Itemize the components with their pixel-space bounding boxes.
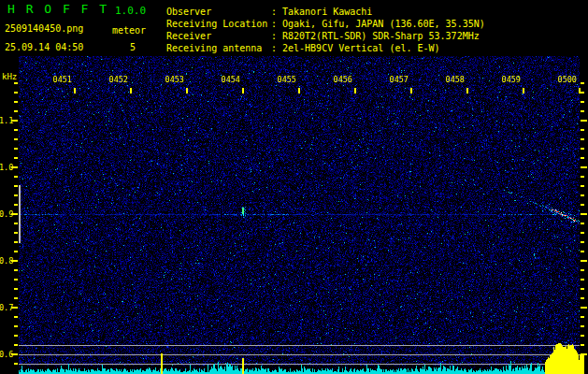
time-tick — [242, 88, 244, 94]
time-tick — [410, 88, 412, 94]
freq-tick — [14, 101, 18, 103]
freq-tick-right — [581, 288, 584, 290]
freq-tick-label: 0.9 — [0, 209, 12, 220]
timestamp: 25.09.14 04:50 — [5, 42, 83, 52]
freq-tick-right — [581, 148, 584, 150]
freq-tick-right — [581, 251, 584, 252]
freq-tick-right — [581, 157, 584, 159]
freq-tick — [14, 223, 18, 224]
spectrogram-canvas — [19, 56, 580, 374]
freq-tick — [14, 148, 18, 150]
freq-tick-right — [581, 344, 584, 346]
freq-tick-label: 1.0 — [0, 163, 12, 173]
freq-tick-right — [581, 194, 584, 196]
freq-tick-right — [581, 92, 584, 94]
freq-axis-unit: kHz — [2, 72, 17, 82]
freq-tick-right — [581, 307, 587, 309]
time-tick-label: 0452 — [108, 75, 128, 85]
info-colon: : — [271, 43, 277, 53]
info-colon: : — [271, 19, 277, 29]
freq-tick — [14, 241, 18, 243]
freq-tick-label: 0.6 — [0, 350, 12, 360]
freq-tick — [14, 110, 18, 112]
time-tick — [354, 88, 356, 94]
info-label: Receiver — [166, 31, 211, 41]
time-tick-label: 0500 — [556, 75, 577, 85]
time-tick — [579, 88, 581, 94]
freq-tick-label: 0.7 — [0, 303, 12, 313]
freq-tick-right — [581, 316, 584, 318]
freq-tick-right — [581, 325, 584, 327]
time-tick-label: 0458 — [444, 75, 465, 85]
time-tick-label: 0451 — [51, 75, 72, 85]
freq-tick-right — [581, 138, 584, 140]
time-tick — [466, 88, 468, 94]
info-colon: : — [271, 31, 277, 41]
echo-count: 5 — [130, 42, 136, 52]
freq-tick-right — [581, 176, 584, 178]
info-label: Observer — [166, 7, 211, 17]
time-tick-label: 0456 — [332, 75, 352, 85]
freq-tick-right — [581, 260, 587, 262]
info-label: Receiving antenna — [166, 43, 262, 53]
freq-tick — [14, 185, 18, 187]
freq-tick — [14, 251, 18, 252]
info-value: Takanori Kawachi — [282, 7, 372, 17]
freq-tick-right — [581, 101, 584, 103]
freq-tick-right — [581, 204, 584, 206]
freq-tick — [14, 157, 18, 159]
freq-tick — [14, 297, 18, 299]
freq-tick — [14, 138, 18, 140]
freq-tick — [14, 204, 18, 206]
freq-tick — [14, 279, 18, 280]
freq-tick — [14, 363, 18, 365]
freq-tick-right — [581, 213, 587, 215]
info-label: Receiving Location — [166, 19, 267, 29]
time-tick — [186, 88, 188, 94]
freq-tick — [14, 344, 18, 346]
freq-tick — [14, 194, 18, 196]
freq-tick — [14, 316, 18, 318]
time-tick — [130, 88, 132, 94]
freq-tick-label: 1.1 — [0, 116, 12, 126]
app-title: H R O F F T — [7, 4, 108, 14]
time-tick-label: 0453 — [164, 75, 184, 85]
freq-tick-right — [581, 129, 584, 131]
freq-tick — [14, 176, 18, 178]
freq-tick — [14, 269, 18, 271]
freq-tick-right — [581, 232, 584, 234]
freq-tick-right — [581, 279, 584, 280]
time-tick — [523, 88, 524, 94]
info-value: R820T2(RTL-SDR) SDR-Sharp 53.372MHz — [282, 31, 480, 41]
info-colon: : — [271, 7, 277, 17]
amplitude-burst-overflow — [580, 354, 584, 374]
time-tick-label: 0459 — [500, 75, 521, 85]
freq-tick-right — [581, 185, 584, 187]
time-tick-label: 0457 — [388, 75, 409, 85]
mode-label: meteor — [112, 25, 146, 36]
time-tick — [74, 88, 76, 94]
time-tick — [298, 88, 300, 94]
freq-tick — [14, 92, 18, 94]
freq-tick — [14, 82, 18, 84]
freq-tick — [14, 335, 18, 337]
freq-tick — [14, 129, 18, 131]
freq-tick — [14, 325, 18, 327]
time-tick-label: 0455 — [276, 75, 296, 85]
freq-tick-right — [581, 241, 584, 243]
freq-tick-label: 0.8 — [0, 256, 12, 266]
freq-tick-right — [581, 335, 584, 337]
freq-tick-right — [581, 110, 584, 112]
hrofft-window: H R O F F T 1.0.0 2509140450.png meteor … — [0, 0, 588, 374]
output-filename: 2509140450.png — [5, 23, 83, 34]
freq-tick — [14, 288, 18, 290]
freq-tick-right — [581, 297, 584, 299]
freq-tick-right — [581, 120, 587, 122]
freq-tick-right — [581, 166, 587, 168]
info-value: 2el-HB9CV Vertical (el. E-W) — [282, 43, 440, 53]
freq-tick-right — [581, 269, 584, 271]
info-value: Ogaki, Gifu, JAPAN (136.60E, 35.35N) — [282, 19, 485, 29]
freq-tick-right — [581, 82, 584, 84]
freq-tick — [14, 232, 18, 234]
freq-tick-right — [581, 223, 584, 224]
